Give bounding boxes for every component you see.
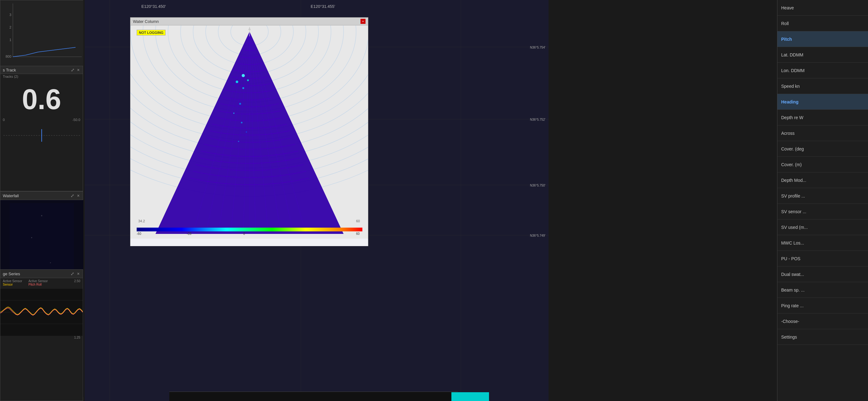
time-series-close-icon[interactable]: ×: [76, 271, 80, 276]
right-panel-item-cover-m[interactable]: Cover. (m): [777, 157, 868, 173]
right-panel-label-depth-re-w: Depth re W: [781, 115, 803, 120]
right-panel-label-pu-pos: PU - POS: [781, 256, 800, 261]
sensor1-title: Active Sensor: [3, 279, 22, 283]
svg-point-11: [41, 215, 42, 216]
right-panel-label-dual-swat: Dual swat...: [781, 272, 804, 277]
time-series-expand-icon[interactable]: ⤢: [70, 271, 75, 276]
time-series-title: ge Series: [3, 272, 20, 276]
right-panel-item-pitch[interactable]: Pitch: [777, 31, 868, 47]
right-panel-item-roll[interactable]: Roll: [777, 16, 868, 31]
track-axis-max: -50.0: [72, 118, 80, 122]
value2-label: 1.25: [74, 336, 80, 339]
svg-point-94: [242, 74, 245, 77]
right-panel-item-heading[interactable]: Heading: [777, 94, 868, 110]
svg-rect-100: [137, 227, 362, 232]
right-panel-item-ping-rate[interactable]: Ping rate ...: [777, 298, 868, 313]
track-panel-title: s Track: [3, 68, 16, 72]
track-axis: 0 -50.0: [0, 117, 83, 123]
time-series-header: ge Series ⤢ ×: [0, 270, 83, 278]
svg-point-88: [242, 87, 244, 89]
right-panel-label-across: Across: [781, 131, 795, 136]
wc-chart-area: Port Stbd 3.3 NOT LOGGING: [130, 25, 368, 246]
svg-text:N36°5.750': N36°5.750': [530, 184, 546, 187]
svg-text:3: 3: [9, 13, 11, 17]
right-panel-label-settings: Settings: [781, 335, 797, 340]
track-close-icon[interactable]: ×: [76, 67, 80, 72]
svg-point-93: [238, 141, 239, 142]
svg-point-13: [50, 263, 51, 264]
right-panel-item-across[interactable]: Across: [777, 125, 868, 141]
value1-label: 2.50: [74, 279, 80, 286]
water-column-window: Water Column × Port Stbd 3.3 NOT LOGGING: [130, 17, 368, 246]
sensor1-value: Sensor: [3, 283, 22, 286]
cyan-indicator-bar: [452, 392, 489, 401]
time-series-icons: ⤢ ×: [70, 271, 80, 277]
right-panel-label-roll: Roll: [781, 21, 789, 26]
right-panel-item-sv-sensor[interactable]: SV sensor ...: [777, 204, 868, 219]
right-panel-item-settings[interactable]: Settings: [777, 329, 868, 345]
svg-text:N36°5.749': N36°5.749': [530, 234, 546, 237]
svg-point-12: [31, 237, 32, 238]
right-panel-item-cover-deg[interactable]: Cover. (deg: [777, 141, 868, 157]
sensor-label-2: Active Sensor Pitch Roll: [29, 279, 48, 286]
svg-text:60: 60: [356, 232, 360, 236]
waterfall-expand-icon[interactable]: ⤢: [70, 193, 75, 198]
track-panel: s Track ⤢ × Tracks (2) 0.6 0 -50.0: [0, 66, 83, 191]
svg-text:E120°31.455': E120°31.455': [311, 4, 335, 9]
right-panel-label-cover-deg: Cover. (deg: [781, 147, 804, 151]
top-mini-chart: 3 2 1 800: [0, 0, 83, 66]
right-panel-label-mwc-los: MWC Los...: [781, 241, 804, 246]
wc-title: Water Column: [133, 19, 159, 24]
wc-close-button[interactable]: ×: [361, 19, 366, 24]
right-panel-label-heading: Heading: [781, 99, 798, 104]
track-panel-icons: ⤢ ×: [70, 67, 80, 72]
wc-titlebar[interactable]: Water Column ×: [130, 18, 368, 25]
right-panel: Heave Roll Pitch Lat. DDMM Lon. DDMM Spe…: [777, 0, 868, 401]
svg-point-89: [239, 103, 241, 105]
svg-text:60: 60: [356, 219, 360, 223]
svg-point-91: [241, 122, 243, 124]
svg-text:E120°31.450': E120°31.450': [142, 4, 166, 9]
right-panel-item-heave[interactable]: Heave: [777, 0, 868, 16]
right-panel-label-pitch: Pitch: [781, 37, 792, 42]
time-series-panel: ge Series ⤢ × Active Sensor Sensor Activ…: [0, 269, 83, 401]
svg-text:-60: -60: [137, 232, 142, 236]
svg-point-87: [236, 81, 238, 83]
right-panel-label-sv-used: SV used (m...: [781, 225, 808, 230]
right-panel-item-sv-profile[interactable]: SV profile ...: [777, 188, 868, 204]
svg-text:N36°5.752': N36°5.752': [530, 118, 546, 121]
right-panel-item-speed-kn[interactable]: Speed kn: [777, 79, 868, 94]
right-panel-item-depth-mode[interactable]: Depth Mod...: [777, 173, 868, 188]
sonar-visualization: 34.2 60 -60 -18: [130, 25, 368, 239]
sensor2-value: Pitch Roll: [29, 283, 48, 286]
track-panel-header: s Track ⤢ ×: [0, 66, 83, 74]
svg-text:-18: -18: [187, 232, 191, 236]
svg-text:1: 1: [9, 38, 11, 42]
right-panel-item-mwc-los[interactable]: MWC Los...: [777, 235, 868, 251]
right-panel-label-choose: -Choose-: [781, 319, 799, 324]
waterfall-title: Waterfall: [3, 193, 19, 198]
track-big-value: 0.6: [0, 79, 83, 117]
right-panel-label-ping-rate: Ping rate ...: [781, 303, 804, 308]
right-panel-label-sv-profile: SV profile ...: [781, 193, 805, 198]
right-panel-item-beam-sp[interactable]: Beam sp. ...: [777, 282, 868, 298]
svg-point-92: [246, 131, 247, 133]
right-panel-item-dual-swat[interactable]: Dual swat...: [777, 267, 868, 282]
waterfall-close-icon[interactable]: ×: [76, 193, 80, 198]
right-panel-label-lon-ddmm: Lon. DDMM: [781, 68, 805, 73]
svg-text:800: 800: [6, 55, 11, 58]
track-expand-icon[interactable]: ⤢: [70, 67, 75, 72]
main-chart-area: E120°31.450' E120°31.455' N36°5.754' N36…: [85, 0, 549, 401]
right-panel-item-lon-ddmm[interactable]: Lon. DDMM: [777, 63, 868, 79]
sensor-label-1: Active Sensor Sensor: [3, 279, 22, 286]
right-panel-item-depth-re-w[interactable]: Depth re W: [777, 110, 868, 125]
right-panel-item-lat-ddmm[interactable]: Lat. DDMM: [777, 47, 868, 63]
right-panel-item-choose[interactable]: -Choose-: [777, 313, 868, 329]
right-panel-item-pu-pos[interactable]: PU - POS: [777, 251, 868, 267]
right-panel-label-cover-m: Cover. (m): [781, 162, 802, 167]
waterfall-icons: ⤢ ×: [70, 193, 80, 198]
right-panel-label-lat-ddmm: Lat. DDMM: [781, 52, 803, 57]
waveform-area: [0, 289, 83, 336]
sensor-labels: Active Sensor Sensor Active Sensor Pitch…: [0, 278, 83, 287]
right-panel-item-sv-used[interactable]: SV used (m...: [777, 219, 868, 235]
